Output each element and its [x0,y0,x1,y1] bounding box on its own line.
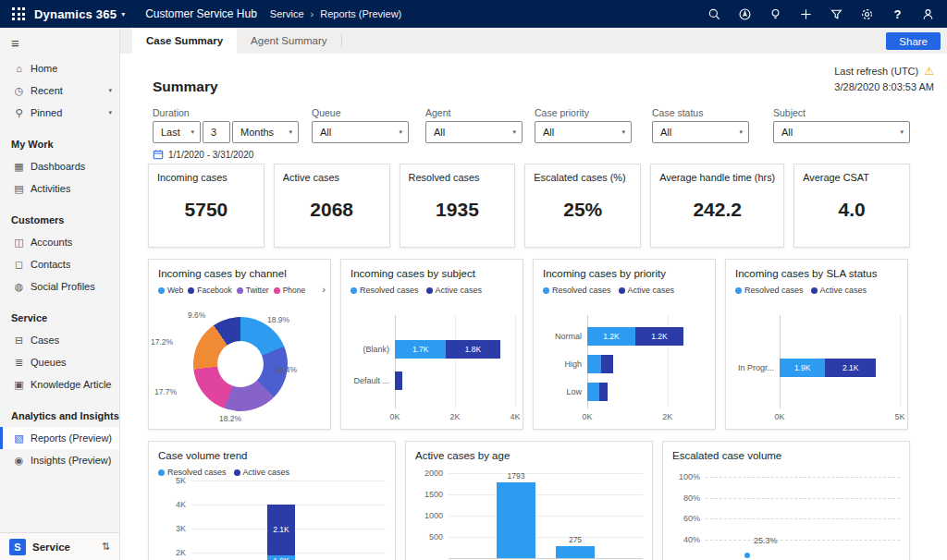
duration-operator-dropdown[interactable]: Last▾ [153,121,201,143]
gridline [449,537,643,538]
kpi-card-average-handle-time[interactable]: Average handle time (hrs)242.2 [650,164,784,248]
bar-segment-active-cases[interactable]: 1.2K [635,327,683,346]
bar-segment-active-cases[interactable] [395,371,402,390]
pinned-icon: ⚲ [11,107,27,119]
legend-item[interactable]: Facebook [188,286,231,295]
legend-item[interactable]: Web [158,286,183,295]
bar-segment-active-cases[interactable]: 1.8K [446,340,500,359]
sidebar: ≡ ⌂Home◷Recent▾⚲Pinned▾My Work▦Dashboard… [0,28,120,560]
legend-item[interactable]: Resolved cases [735,286,804,295]
legend-item[interactable]: Resolved cases [351,286,419,295]
bar-segment-active-cases[interactable] [601,355,613,373]
y-axis-label: 40% [674,535,700,544]
y-axis-label: 4K [160,500,186,509]
column-segment-active-cases[interactable]: 2.1K [267,505,295,555]
sidebar-item-queues[interactable]: ≣Queues [0,351,119,373]
agent-dropdown[interactable]: All▾ [425,121,523,143]
sidebar-item-home[interactable]: ⌂Home [0,57,119,79]
lightbulb-icon[interactable] [768,6,783,22]
sidebar-item-knowledge-articles[interactable]: ▣Knowledge Articles [0,373,119,396]
queues-icon: ≣ [11,357,27,369]
search-icon[interactable] [707,6,722,22]
channel-donut-chart[interactable] [193,317,288,411]
tab-agent-summary[interactable]: Agent Summary [237,28,340,54]
chevron-down-icon: ▾ [393,128,402,136]
duration-unit-dropdown[interactable]: Months▾ [232,121,299,143]
tab-case-summary[interactable]: Case Summary [132,28,237,54]
area-switcher[interactable]: S Service ⇅ [0,532,119,560]
filter-icon[interactable] [829,6,844,22]
legend-item[interactable]: Active cases [619,286,675,295]
chevron-down-icon[interactable]: ▾ [108,109,112,116]
sidebar-item-accounts[interactable]: ◫Accounts [0,231,119,253]
legend-item[interactable]: Active cases [811,286,867,295]
queue-dropdown[interactable]: All▾ [312,121,409,143]
legend-item[interactable]: Active cases [234,468,290,477]
subject-dropdown[interactable]: All▾ [773,121,910,143]
breadcrumb-page[interactable]: Reports (Preview) [320,8,401,19]
column-bar[interactable] [556,546,595,558]
chevron-down-icon: ▾ [185,128,194,136]
accounts-icon: ◫ [11,237,27,249]
legend-item[interactable]: Twitter [237,286,269,295]
data-point[interactable] [744,553,750,558]
add-icon[interactable] [798,6,814,22]
case-status-dropdown[interactable]: All▾ [652,121,749,143]
legend-more-icon[interactable]: › [322,284,326,295]
warning-icon: ⚠ [924,65,934,78]
bar-segment-active-cases[interactable] [599,383,608,401]
x-tick-label: 0K [389,412,400,421]
kpi-card-escalated-cases[interactable]: Escalated cases (%)25% [524,164,641,248]
sidebar-item-insights-preview[interactable]: ◉Insights (Preview) [0,449,119,471]
help-icon[interactable]: ? [890,6,905,22]
sidebar-item-activities[interactable]: ▤Activities [0,177,119,200]
hamburger-menu-icon[interactable]: ≡ [0,28,119,57]
waffle-icon[interactable] [12,7,25,20]
sidebar-item-social-profiles[interactable]: ◍Social Profiles [0,275,119,298]
kpi-card-incoming-cases[interactable]: Incoming cases5750 [148,164,264,248]
activities-icon: ▤ [11,183,27,195]
sidebar-item-reports-preview[interactable]: ▧Reports (Preview) [0,427,119,449]
bar-segment-resolved-cases[interactable]: 1.7K [395,340,446,359]
sidebar-item-pinned[interactable]: ⚲Pinned▾ [0,102,119,124]
filter-duration: Duration Last▾ 3 Months▾ 1/1/2020 - 3/31… [153,107,299,160]
bar-segment-resolved-cases[interactable] [587,383,599,401]
sidebar-item-label: Home [31,63,57,74]
person-icon[interactable] [920,6,936,22]
y-axis-label: 80% [674,493,700,503]
kpi-card-active-cases[interactable]: Active cases2068 [274,164,390,248]
legend-item[interactable]: Resolved cases [543,286,611,295]
compass-icon[interactable] [737,6,753,22]
gear-icon[interactable] [859,6,875,22]
bar-segment-resolved-cases[interactable]: 1.9K [780,359,825,377]
bar-segment-active-cases[interactable]: 2.1K [825,359,876,377]
app-title[interactable]: Dynamics 365 [34,7,117,21]
duration-value-input[interactable]: 3 [203,121,230,143]
bar-segment-resolved-cases[interactable] [587,355,601,373]
chart-row: Case volume trend Resolved casesActive c… [148,441,910,560]
sidebar-item-dashboards[interactable]: ▦Dashboards [0,155,119,177]
kpi-card-resolved-cases[interactable]: Resolved cases1935 [400,164,516,248]
x-axis: 0K5K [735,411,900,423]
column-segment-resolved-cases[interactable]: 1.9K [267,555,295,560]
case-priority-dropdown[interactable]: All▾ [535,121,632,143]
bar-segment-resolved-cases[interactable]: 1.2K [587,327,635,346]
kpi-card-average-csat[interactable]: Average CSAT4.0 [793,164,910,248]
gridline [449,558,643,559]
legend-item[interactable]: Phone [274,286,306,295]
sidebar-item-contacts[interactable]: ◻Contacts [0,253,119,275]
y-axis-label: 100% [674,472,700,481]
column-bar[interactable] [497,482,535,558]
breadcrumb-section[interactable]: Service [270,8,304,19]
trend-stacked-column[interactable]: 2.1K1.9K [267,505,295,560]
sidebar-item-label: Knowledge Articles [31,379,112,390]
sidebar-item-recent[interactable]: ◷Recent▾ [0,79,119,102]
chevron-down-icon[interactable]: ▾ [108,87,112,94]
share-button[interactable]: Share [886,32,941,50]
y-axis-label: 2000 [417,469,443,478]
sidebar-item-cases[interactable]: ⊟Cases [0,329,119,351]
legend-item[interactable]: Active cases [426,286,483,295]
bar-track: 1.9K2.1K [780,359,900,377]
area-switcher-arrows-icon[interactable]: ⇅ [102,541,110,553]
gridline [706,477,900,478]
